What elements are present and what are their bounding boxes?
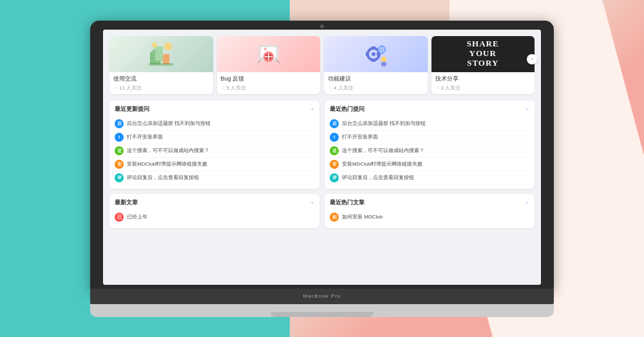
recent-questions-more[interactable]: → [309,106,314,112]
category-card-feature[interactable]: 功能建议 ☆ 4 人关注 [324,36,428,94]
list-item: 安 安装MDClub时弹提示网络链接失败 [115,158,314,171]
recent-questions-list: 后 后台怎么添加适题群 找不到加与按钮 i 打不开安装界面 这 这个搜索，可不可… [115,117,314,184]
list-item: 后 后台怎么添加适题群 找不到加与按钮 [330,117,529,131]
card-info-bug: Bug 反馈 ☆ 5 人关注 [217,72,321,94]
carousel-next-arrow[interactable]: › [527,54,537,64]
books-illustration [145,40,177,68]
card-img-feature [324,36,428,72]
q-text-h2: 打不开安装界面 [342,133,529,140]
svg-rect-27 [381,62,386,66]
svg-rect-25 [381,52,383,54]
q-icon-2: i [115,133,124,142]
card-info-usage: 使用交流 ☆ 11 人关注 [109,72,213,94]
q-text-h3: 这个搜索，可不可以做成站内搜索？ [342,147,529,154]
list-item: 这 这个搜索，可不可以做成站内搜索？ [330,144,529,158]
q-icon-h2: i [330,133,339,142]
star-icon: ☆ [113,85,118,91]
q-icon-h1: 后 [330,119,339,128]
svg-line-14 [258,59,261,63]
laptop-base-bottom [90,304,554,317]
card-img-bug [217,36,321,72]
category-row: 使用交流 ☆ 11 人关注 [109,36,535,94]
recent-articles-more[interactable]: → [309,200,314,206]
star-icon-bug: ☆ [221,85,225,91]
recent-questions-title: 最近更新提问 [115,105,149,113]
hot-questions-header: 最近热门提问 → [330,105,529,113]
q-icon-5: 评 [115,173,124,182]
category-card-bug[interactable]: Bug 反馈 ☆ 5 人关注 [217,36,321,94]
category-card-tech[interactable]: shareyourstory 技术分享 ☆ 3 人关注 [431,36,535,94]
svg-point-13 [264,48,267,50]
hot-questions-list: 后 后台怎么添加适题群 找不到加与按钮 i 打不开安装界面 这 这个搜索，可不可… [330,117,529,184]
card-info-tech: 技术分享 ☆ 3 人关注 [431,72,535,94]
svg-line-15 [276,59,279,63]
svg-rect-2 [155,46,163,61]
recent-articles-title: 最新文章 [115,198,138,207]
laptop-base: MacBook Pro [90,289,554,317]
list-item: 安 安装MDClub时弹提示网络链接失败 [330,158,529,171]
q-text-3: 这个搜索，可不可以做成站内搜索？ [127,147,314,154]
svg-rect-19 [372,59,375,62]
card-img-usage [109,36,213,72]
recent-articles-header: 最新文章 → [115,198,314,207]
list-item: 后 后台怎么添加适题群 找不到加与按钮 [115,117,314,131]
q-icon-h3: 这 [330,146,339,155]
q-text-1: 后台怎么添加适题群 找不到加与按钮 [127,120,314,127]
list-item: 评 评论回复后，点击查看回复按钮 [330,171,529,184]
list-item: 如 如何安装 MDClub [330,211,529,224]
svg-point-4 [164,43,172,50]
screen-inner: 使用交流 ☆ 11 人关注 [103,30,541,285]
svg-rect-20 [366,52,369,56]
bug-illustration [252,40,285,68]
card-title-bug: Bug 反馈 [221,75,317,83]
card-follow-feature: ☆ 4 人关注 [328,84,424,91]
hot-questions-more[interactable]: → [524,106,529,112]
recent-articles-box: 最新文章 → 已 已经上年 [109,194,319,228]
svg-point-17 [372,52,375,56]
recent-questions-header: 最近更新提问 → [115,105,314,113]
list-item: i 打不开安装界面 [115,131,314,144]
content-area: 使用交流 ☆ 11 人关注 [103,30,541,285]
q-icon-h4: 安 [330,160,339,169]
q-text-h4: 安装MDClub时弹提示网络链接失败 [342,160,529,168]
q-text-h1: 后台怎么添加适题群 找不到加与按钮 [342,120,529,127]
hot-articles-box: 最近热门文章 → 如 如何安装 MDClub [325,194,535,228]
q-icon-h5: 评 [330,173,339,182]
laptop: 使用交流 ☆ 11 人关注 [90,21,554,317]
svg-point-26 [381,57,386,62]
art-text-h1: 如何安装 MDClub [342,213,383,220]
svg-point-6 [152,43,157,48]
hot-articles-more[interactable]: → [524,200,529,206]
star-icon-tech: ☆ [435,85,440,91]
laptop-brand-label: MacBook Pro [303,293,341,299]
hot-questions-box: 最近热门提问 → 后 后台怎么添加适题群 找不到加与按钮 i [325,101,535,189]
q-text-5: 评论回复后，点击查看回复按钮 [127,174,314,181]
svg-rect-3 [163,54,169,64]
card-title-usage: 使用交流 [113,75,209,83]
q-text-4: 安装MDClub时弹提示网络链接失败 [127,160,314,168]
hot-articles-title: 最近热门文章 [330,198,365,207]
card-info-feature: 功能建议 ☆ 4 人关注 [324,72,428,94]
hot-articles-header: 最近热门文章 → [330,198,529,207]
art-text-1: 已经上年 [127,213,147,220]
list-item: 评 评论回复后，点击查看回复按钮 [115,171,314,184]
card-title-tech: 技术分享 [435,75,531,83]
articles-section: 最新文章 → 已 已经上年 [109,194,535,228]
gears-illustration [359,40,392,68]
q-icon-4: 安 [115,160,124,169]
svg-rect-24 [381,45,383,47]
art-icon-h1: 如 [330,213,339,222]
svg-point-23 [381,48,383,51]
list-item: i 打不开安装界面 [330,131,529,144]
laptop-container: 使用交流 ☆ 11 人关注 [0,0,644,337]
q-icon-1: 后 [115,119,124,128]
svg-rect-18 [372,46,375,50]
questions-section: 最近更新提问 → 后 后台怎么添加适题群 找不到加与按钮 i [109,101,535,189]
hot-articles-list: 如 如何安装 MDClub [330,211,529,224]
card-img-tech: shareyourstory [431,36,535,72]
card-follow-bug: ☆ 5 人关注 [221,84,317,91]
category-card-usage[interactable]: 使用交流 ☆ 11 人关注 [109,36,213,94]
list-item: 已 已经上年 [115,211,314,224]
share-story-text: shareyourstory [431,36,535,72]
hot-questions-title: 最近热门提问 [330,105,365,113]
